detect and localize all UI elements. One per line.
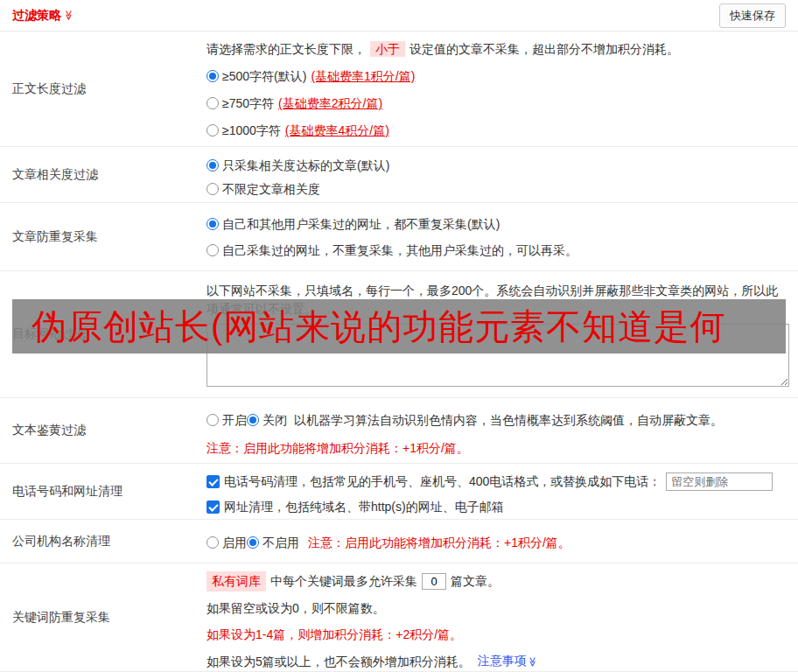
radio-dedup-global[interactable] xyxy=(206,218,219,230)
radio-dedup-self[interactable] xyxy=(206,244,219,256)
relevance-option-strict[interactable]: 只采集相关度达标的文章(默认) xyxy=(206,156,789,175)
keyword-line2: 如果留空或设为0，则不限篇数。 xyxy=(206,599,789,618)
length-option-1000-fee: (基础费率4积分/篇) xyxy=(285,121,389,140)
dedup-option-self[interactable]: 自己采集过的网址，不重复采集，其他用户采集过的，可以再采。 xyxy=(206,241,789,260)
row-dedup-collection: 文章防重复采集 自己和其他用户采集过的网址，都不重复采集(默认) 自己采集过的网… xyxy=(0,203,798,271)
checkbox-phone-cleanup[interactable] xyxy=(206,475,220,488)
relevance-option-any[interactable]: 不限定文章相关度 xyxy=(206,179,789,199)
page-title-label: 过滤策略 xyxy=(12,8,61,24)
watermark-overlay: 伪原创站长(网站来说的功能元素不知道是何 xyxy=(12,299,786,354)
length-option-500[interactable]: ≥500字符(默认) (基础费率1积分/篇) xyxy=(206,66,789,86)
porn-desc: 以机器学习算法自动识别色情内容，当色情概率达到系统阈值，自动屏蔽文章。 xyxy=(294,410,723,430)
radio-length-750[interactable] xyxy=(206,97,219,109)
url-cleanup-option[interactable]: 网址清理，包括纯域名、带http(s)的网址、电子邮箱 xyxy=(206,497,789,516)
notice-link[interactable]: 注意事项≫ xyxy=(478,652,538,671)
keyword-line3: 如果设为1-4篇，则增加积分消耗：+2积分/篇。 xyxy=(206,626,789,644)
keyword-line1-post: 篇文章。 xyxy=(451,572,500,591)
checkbox-url-cleanup[interactable] xyxy=(206,500,220,514)
company-note: 注意：启用此功能将增加积分消耗：+1积分/篇。 xyxy=(308,533,570,552)
row-keyword-dedup: 关键词防重复采集 私有词库 中每个关键词最多允许采集 篇文章。 如果留空或设为0… xyxy=(0,564,798,672)
row-relevance-filter: 文章相关度过滤 只采集相关度达标的文章(默认) 不限定文章相关度 xyxy=(0,147,798,203)
notice-link-label: 注意事项 xyxy=(478,654,527,668)
keyword-line1-mid: 中每个关键词最多允许采集 xyxy=(270,572,417,591)
length-option-750-fee: (基础费率2积分/篇) xyxy=(278,94,382,113)
radio-porn-off[interactable] xyxy=(247,414,259,426)
company-cleanup-label: 公司机构名称清理 xyxy=(0,520,206,563)
radio-porn-on[interactable] xyxy=(206,414,219,426)
dedup-label: 文章防重复采集 xyxy=(0,203,206,270)
phone-cleanup-label: 电话号码清理，包括常见的手机号、座机号、400电话格式，或替换成如下电话： xyxy=(224,472,661,491)
company-on-label: 启用 xyxy=(222,533,247,552)
radio-company-on[interactable] xyxy=(206,536,219,549)
length-option-500-fee: (基础费率1积分/篇) xyxy=(311,66,415,86)
page-header: 过滤策略 ≫ 快速保存 xyxy=(0,0,798,32)
keyword-line4: 如果设为5篇或以上，也不会额外增加积分消耗。 xyxy=(206,653,471,671)
replacement-phone-input[interactable] xyxy=(666,472,773,491)
radio-relevance-strict[interactable] xyxy=(206,159,219,172)
radio-relevance-any[interactable] xyxy=(206,183,219,195)
watermark-text: 伪原创站长(网站来说的功能元素不知道是何 xyxy=(12,303,725,351)
url-cleanup-label: 网址清理，包括纯域名、带http(s)的网址、电子邮箱 xyxy=(224,497,504,516)
private-lexicon-tag: 私有词库 xyxy=(206,571,266,592)
max-articles-input[interactable] xyxy=(422,573,446,590)
row-porn-filter: 文本鉴黄过滤 开启 关闭 以机器学习算法自动识别色情内容，当色情概率达到系统阈值… xyxy=(0,398,798,464)
porn-on-label: 开启 xyxy=(222,410,247,430)
radio-length-500[interactable] xyxy=(206,70,219,82)
phone-url-label: 电话号码和网址清理 xyxy=(0,464,206,519)
relevance-option-strict-label: 只采集相关度达标的文章(默认) xyxy=(222,156,389,175)
radio-company-off[interactable] xyxy=(247,536,259,549)
relevance-option-any-label: 不限定文章相关度 xyxy=(222,179,320,199)
length-option-750-label: ≥750字符 xyxy=(222,94,274,113)
length-option-1000-label: ≥1000字符 xyxy=(222,121,281,140)
quick-save-button[interactable]: 快速保存 xyxy=(719,4,786,28)
length-option-500-label: ≥500字符(默认) xyxy=(222,66,306,86)
length-filter-label: 正文长度过滤 xyxy=(0,32,206,146)
relevance-filter-label: 文章相关度过滤 xyxy=(0,147,206,202)
row-company-cleanup: 公司机构名称清理 启用 不启用 注意：启用此功能将增加积分消耗：+1积分/篇。 xyxy=(0,520,798,564)
phone-cleanup-option[interactable]: 电话号码清理，包括常见的手机号、座机号、400电话格式，或替换成如下电话： xyxy=(206,472,789,491)
porn-off-label: 关闭 xyxy=(262,410,287,430)
company-off-label: 不启用 xyxy=(262,533,299,552)
length-option-750[interactable]: ≥750字符 (基础费率2积分/篇) xyxy=(206,94,789,113)
radio-length-1000[interactable] xyxy=(206,124,219,136)
length-option-1000[interactable]: ≥1000字符 (基础费率4积分/篇) xyxy=(206,121,789,140)
row-phone-url-cleanup: 电话号码和网址清理 电话号码清理，包括常见的手机号、座机号、400电话格式，或替… xyxy=(0,464,798,520)
dedup-option-self-label: 自己采集过的网址，不重复采集，其他用户采集过的，可以再采。 xyxy=(222,241,578,260)
keyword-dedup-label: 关键词防重复采集 xyxy=(0,564,206,671)
chevron-down-icon: ≫ xyxy=(63,10,74,21)
length-filter-intro: 请选择需求的正文长度下限，小于设定值的文章不采集，超出部分不增加积分消耗。 xyxy=(206,40,789,59)
porn-filter-label: 文本鉴黄过滤 xyxy=(0,398,206,463)
row-length-filter: 正文长度过滤 请选择需求的正文长度下限，小于设定值的文章不采集，超出部分不增加积… xyxy=(0,32,798,147)
dedup-option-global-label: 自己和其他用户采集过的网址，都不重复采集(默认) xyxy=(222,214,500,234)
porn-note: 注意：启用此功能将增加积分消耗：+1积分/篇。 xyxy=(206,439,789,458)
notice-chevron-icon: ≫ xyxy=(523,657,542,668)
less-than-tag: 小于 xyxy=(370,41,405,57)
dedup-option-global[interactable]: 自己和其他用户采集过的网址，都不重复采集(默认) xyxy=(206,214,789,234)
page-title[interactable]: 过滤策略 ≫ xyxy=(12,8,74,24)
